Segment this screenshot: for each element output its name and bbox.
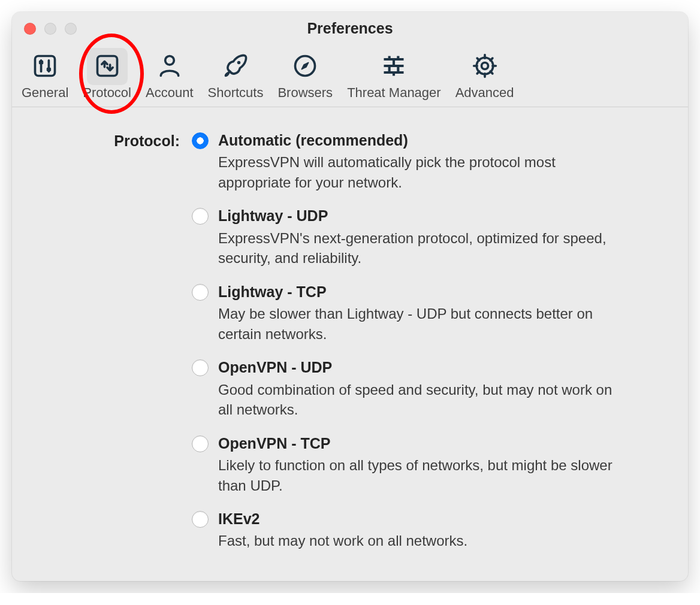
tab-label: Browsers <box>277 85 333 101</box>
svg-rect-3 <box>39 60 43 64</box>
firewall-icon <box>379 52 408 80</box>
protocol-pane: Protocol: Automatic (recommended) Expres… <box>12 107 688 581</box>
gear-icon <box>470 52 499 80</box>
option-lightway-udp[interactable]: Lightway - UDP ExpressVPN's next-generat… <box>192 207 626 268</box>
compass-icon <box>291 52 319 80</box>
radio-button[interactable] <box>192 208 209 225</box>
protocol-icon <box>93 52 122 80</box>
protocol-options: Automatic (recommended) ExpressVPN will … <box>192 131 626 551</box>
tab-label: General <box>22 85 68 101</box>
radio-button[interactable] <box>192 435 209 452</box>
svg-point-7 <box>237 61 241 65</box>
radio-button[interactable] <box>192 132 209 149</box>
option-title: OpenVPN - TCP <box>218 434 626 453</box>
window-controls <box>24 23 77 35</box>
option-desc: Fast, but may not work on all networks. <box>218 531 467 551</box>
tab-label: Advanced <box>455 85 514 101</box>
window-title: Preferences <box>307 20 393 37</box>
option-openvpn-tcp[interactable]: OpenVPN - TCP Likely to function on all … <box>192 434 626 495</box>
tab-threat-manager[interactable]: Threat Manager <box>341 48 447 107</box>
svg-rect-5 <box>97 56 117 76</box>
person-icon <box>155 52 184 80</box>
tab-label: Account <box>146 85 194 101</box>
tab-account[interactable]: Account <box>140 48 200 107</box>
minimize-button[interactable] <box>44 23 56 35</box>
preferences-toolbar: General Protocol Account <box>12 44 688 107</box>
maximize-button[interactable] <box>65 23 77 35</box>
radio-button[interactable] <box>192 284 209 301</box>
section-label: Protocol: <box>102 131 180 150</box>
option-desc: Likely to function on all types of netwo… <box>218 455 626 495</box>
option-desc: May be slower than Lightway - UDP but co… <box>218 304 626 344</box>
close-button[interactable] <box>24 23 36 35</box>
radio-button[interactable] <box>192 359 209 376</box>
option-title: Automatic (recommended) <box>218 131 626 150</box>
preferences-window: Preferences General <box>12 12 688 581</box>
option-title: Lightway - UDP <box>218 207 626 225</box>
option-title: Lightway - TCP <box>218 283 626 301</box>
option-title: IKEv2 <box>218 510 467 528</box>
radio-button[interactable] <box>192 511 209 528</box>
option-automatic[interactable]: Automatic (recommended) ExpressVPN will … <box>192 131 626 192</box>
tab-shortcuts[interactable]: Shortcuts <box>202 48 270 107</box>
svg-rect-4 <box>47 68 51 71</box>
option-openvpn-udp[interactable]: OpenVPN - UDP Good combination of speed … <box>192 358 626 419</box>
tab-label: Protocol <box>83 85 131 101</box>
tab-label: Shortcuts <box>208 85 264 101</box>
svg-rect-0 <box>35 56 55 76</box>
sliders-icon <box>31 52 59 80</box>
tab-protocol[interactable]: Protocol <box>77 48 137 107</box>
tab-browsers[interactable]: Browsers <box>271 48 339 107</box>
tab-label: Threat Manager <box>347 85 441 101</box>
tab-general[interactable]: General <box>16 48 74 107</box>
svg-point-19 <box>476 58 493 74</box>
option-desc: Good combination of speed and security, … <box>218 380 626 420</box>
option-ikev2[interactable]: IKEv2 Fast, but may not work on all netw… <box>192 510 626 551</box>
rocket-icon <box>221 52 250 80</box>
option-title: OpenVPN - UDP <box>218 358 626 377</box>
tab-advanced[interactable]: Advanced <box>449 48 520 107</box>
svg-point-18 <box>481 63 488 69</box>
option-lightway-tcp[interactable]: Lightway - TCP May be slower than Lightw… <box>192 283 626 344</box>
titlebar: Preferences <box>12 12 688 44</box>
svg-point-6 <box>165 56 174 65</box>
option-desc: ExpressVPN's next-generation protocol, o… <box>218 228 626 268</box>
option-desc: ExpressVPN will automatically pick the p… <box>218 152 626 192</box>
